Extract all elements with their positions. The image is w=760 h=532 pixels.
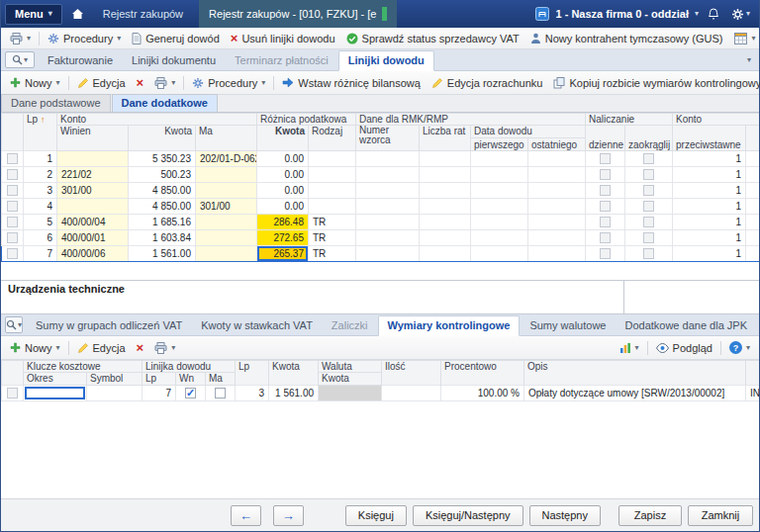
wn-checkbox[interactable] [185, 388, 196, 399]
cell-przeciwstawne[interactable]: 1 [673, 183, 746, 199]
nowy-kontrahent-gus-button[interactable]: Nowy kontrahent tymczasowy (GUS) [525, 31, 728, 46]
cell-select[interactable] [2, 246, 24, 262]
cell-winien[interactable]: 221/02 [57, 167, 129, 183]
side-panel[interactable] [624, 281, 759, 313]
col-header-okres[interactable]: Okres [24, 373, 87, 386]
cell-pierwszego[interactable] [471, 151, 528, 167]
zaokraglij-checkbox[interactable] [643, 201, 654, 212]
col-header-dzienne[interactable]: dzienne [586, 126, 625, 151]
zamknij-button[interactable]: Zamknij [688, 505, 753, 526]
cell-liczba-rat[interactable] [420, 246, 471, 262]
dzienne-checkbox[interactable] [600, 185, 611, 196]
cell-zaokraglij[interactable] [625, 151, 673, 167]
table-row[interactable]: 5 400/00/04 1 685.16 286.48 TR 1 [2, 215, 760, 230]
settings-button[interactable]: ▾ [728, 8, 753, 21]
col-header-opis[interactable]: Opis [524, 361, 746, 386]
row-checkbox[interactable] [7, 248, 18, 259]
edycja-button[interactable]: Edycja [72, 75, 131, 91]
col-header-liczba-rat[interactable]: Liczba rat [420, 126, 471, 151]
tab-kwoty-stawki-vat[interactable]: Kwoty w stawkach VAT [192, 316, 322, 335]
dzienne-checkbox[interactable] [600, 232, 611, 243]
cell-dzienne[interactable] [586, 246, 625, 262]
cell-okres[interactable] [24, 386, 87, 401]
cell-liczba-rat[interactable] [420, 199, 471, 215]
cell-rodzaj[interactable] [309, 183, 356, 199]
col-header-symbol[interactable]: Symbol [87, 373, 142, 386]
tab-active-document[interactable]: Rejestr zakupów - [010, FZKU] - [e [199, 0, 397, 28]
tab-wymiary-kontrolingowe[interactable]: Wymiary kontrolingowe [378, 315, 521, 336]
podglad-button[interactable]: Podgląd [651, 340, 717, 356]
table-row[interactable]: 7 3 1 561.00 100.00 % Opłaty dotyczące u… [2, 386, 760, 401]
cell-numer-wzorca[interactable] [356, 183, 420, 199]
cell-lp[interactable]: 6 [24, 230, 57, 246]
delete-button[interactable]: × [132, 341, 149, 355]
cell-numer-wzorca[interactable] [356, 215, 420, 230]
help-button[interactable]: ? ▾ [724, 339, 755, 356]
cell-select[interactable] [2, 151, 24, 167]
dzienne-checkbox[interactable] [600, 169, 611, 180]
col-header-zaokraglij[interactable]: zaokrąglij [625, 126, 673, 151]
cell-dzienne[interactable] [586, 215, 625, 230]
tab-sumy-odliczen-vat[interactable]: Sumy w grupach odliczeń VAT [27, 316, 191, 335]
cell-lp[interactable]: 5 [24, 215, 57, 230]
cell-dzienne[interactable] [586, 151, 625, 167]
cell-lp[interactable]: 3 [236, 386, 269, 401]
cell-przeciwstawne[interactable]: 1 [673, 215, 746, 230]
cell-lp[interactable]: 2 [24, 167, 57, 183]
row-checkbox[interactable] [7, 153, 18, 164]
ksieguj-nastepny-button[interactable]: Księguj/Następny [413, 505, 523, 526]
zaokraglij-checkbox[interactable] [643, 185, 654, 196]
tab-linijki-dowodu[interactable]: Linijki dowodu [338, 50, 434, 71]
cell-rodzaj[interactable]: TR [309, 246, 356, 262]
cell-select[interactable] [2, 230, 24, 246]
cell-numer-wzorca[interactable] [356, 151, 420, 167]
cell-przeciwstawne[interactable]: 1 [673, 167, 746, 183]
col-header-wn[interactable]: Wn [176, 373, 206, 386]
cell-zaokraglij[interactable] [625, 183, 673, 199]
menu-button[interactable]: Menu ▾ [5, 4, 62, 25]
cell-rodzaj[interactable]: TR [309, 230, 356, 246]
print-button[interactable]: ▾ [149, 75, 180, 91]
cell-ma[interactable] [196, 246, 257, 262]
cell-ma[interactable] [196, 230, 257, 246]
cell-kwota[interactable]: 1 603.84 [129, 230, 196, 246]
cell-liczba-rat[interactable] [420, 151, 471, 167]
cell-select[interactable] [2, 386, 24, 401]
row-checkbox[interactable] [7, 169, 18, 180]
cell-roznica-kwota[interactable]: 272.65 [257, 230, 309, 246]
cell-roznica-kwota[interactable]: 0.00 [257, 151, 309, 167]
prev-button[interactable]: ← [231, 505, 261, 526]
cell-przeciwstawne[interactable]: 1 [673, 246, 746, 262]
kopiuj-rozbicie-button[interactable]: Kopiuj rozbicie wymiarów kontrolingowych [548, 75, 760, 91]
usun-linijki-button[interactable]: × Usuń linijki dowodu [226, 31, 340, 46]
cell-kwota[interactable]: 500.23 [129, 167, 196, 183]
cell-ostatniego[interactable] [528, 246, 586, 262]
view-selector[interactable]: ▾ [5, 316, 23, 333]
col-header-rodzaj[interactable]: Rodzaj [309, 126, 356, 151]
wstaw-roznice-button[interactable]: Wstaw różnicę bilansową [277, 75, 426, 91]
col-header-kwota[interactable]: Kwota [269, 361, 319, 386]
zaokraglij-checkbox[interactable] [643, 248, 654, 259]
cell-ma[interactable] [196, 167, 257, 183]
cell-numer-wzorca[interactable] [356, 230, 420, 246]
cell-ma[interactable] [196, 183, 257, 199]
cell-liczba-rat[interactable] [420, 230, 471, 246]
cell-kwota[interactable]: 1 561.00 [269, 386, 319, 401]
cell-numer-wzorca[interactable] [356, 246, 420, 262]
cell-lp[interactable]: 7 [24, 246, 57, 262]
col-header-ma[interactable]: Ma [196, 126, 257, 151]
edycja-rozrachunku-button[interactable]: Edycja rozrachunku [427, 75, 548, 91]
cell-winien[interactable]: 400/00/01 [57, 230, 129, 246]
dzienne-checkbox[interactable] [600, 153, 611, 164]
cell-lp[interactable]: 1 [24, 151, 57, 167]
cell-ostatniego[interactable] [528, 183, 586, 199]
cell-rodzaj[interactable]: TR [309, 215, 356, 230]
cell-kwota[interactable]: 1 561.00 [129, 246, 196, 262]
table-row-selected[interactable]: 7 400/00/06 1 561.00 265.37 TR 1 [2, 246, 760, 262]
procedury-button[interactable]: Procedury ▾ [43, 31, 126, 46]
tab-linijki-dokumentu[interactable]: Linijki dokumentu [123, 51, 225, 70]
chevron-down-icon[interactable]: ▾ [695, 10, 699, 18]
cell-numer-wzorca[interactable] [356, 167, 420, 183]
tab-rejestr-zakupow[interactable]: Rejestr zakupów [93, 0, 193, 28]
dzienne-checkbox[interactable] [600, 248, 611, 259]
